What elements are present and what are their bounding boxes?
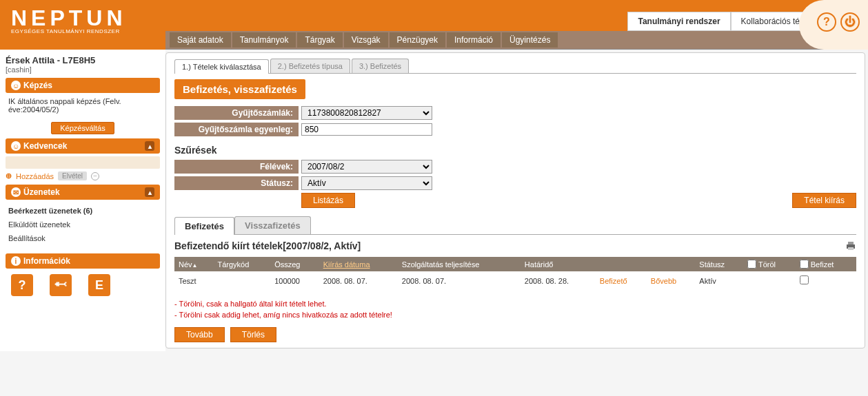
favorites-empty-slot [6, 156, 160, 169]
envelope-icon: ✉ [11, 187, 21, 197]
delete-all-checkbox[interactable] [747, 260, 756, 269]
table-row: Teszt 100000 2008. 08. 07. 2008. 08. 07.… [174, 271, 856, 290]
panel-messages-header[interactable]: ✉Üzenetek ▴ [6, 185, 160, 200]
step-tab-2[interactable]: 2.) Befizetés típusa [270, 59, 350, 73]
panel-favorites-header[interactable]: ☺Kedvencek ▴ [6, 138, 160, 154]
messages-inbox-link[interactable]: Beérkezett üzenetek (6) [8, 204, 157, 218]
pay-all-checkbox[interactable] [800, 260, 809, 269]
panel-info-header[interactable]: iInformációk [6, 253, 160, 269]
training-text: IK általános nappali képzés (Felv. éve:2… [6, 93, 160, 118]
cell-service: 2008. 08. 07. [398, 271, 521, 290]
account-select[interactable]: 1173800820812827 [301, 106, 432, 120]
delete-button[interactable]: Törlés [230, 327, 276, 342]
cell-date: 2008. 08. 07. [319, 271, 398, 290]
col-deadline[interactable]: Határidő [521, 257, 596, 271]
svg-rect-1 [848, 242, 854, 244]
top-tabs: Tanulmányi rendszer Kollaborációs tér [627, 12, 813, 31]
cell-amount: 100000 [270, 271, 319, 290]
menu-finances[interactable]: Pénzügyek [390, 32, 445, 48]
favorites-add-link[interactable]: Hozzáadás [16, 172, 54, 180]
power-icon[interactable]: ⏻ [840, 12, 860, 32]
menu-subjects[interactable]: Tárgyak [297, 32, 342, 48]
semester-label: Félévek: [174, 160, 299, 174]
more-link[interactable]: Bővebb [651, 277, 676, 285]
svg-rect-2 [848, 247, 854, 250]
tab-study-system[interactable]: Tanulmányi rendszer [627, 12, 730, 31]
collapse-icon[interactable]: ▴ [145, 141, 154, 151]
header: NEPTUN EGYSÉGES TANULMÁNYI RENDSZER Tanu… [0, 0, 868, 50]
info-e-icon[interactable]: E [88, 274, 110, 296]
items-table: Név▲ Tárgykód Összeg Kiírás dátuma Szolg… [174, 257, 856, 290]
step-tab-1[interactable]: 1.) Tételek kiválasztása [174, 59, 269, 74]
cell-name: Teszt [174, 271, 213, 290]
col-amount[interactable]: Összeg [270, 257, 319, 271]
info-help-icon[interactable]: ? [11, 274, 33, 296]
training-switch-button[interactable]: Képzésváltás [51, 122, 114, 134]
col-status[interactable]: Státusz [695, 257, 743, 271]
menu-information[interactable]: Információ [447, 32, 501, 48]
sidebar: Érsek Attila - L7E8H5 [cashin] ☺Képzés I… [0, 50, 165, 351]
main-content: 1.) Tételek kiválasztása 2.) Befizetés t… [165, 52, 865, 348]
col-pay[interactable]: Befizet [796, 257, 856, 271]
print-icon[interactable] [845, 241, 856, 251]
info-icon: i [11, 256, 21, 266]
info-tree-icon[interactable]: ⬻ [50, 274, 72, 296]
menu-studies[interactable]: Tanulmányok [232, 32, 296, 48]
list-button[interactable]: Listázás [301, 193, 355, 208]
logo-title: NEPTUN [11, 6, 154, 31]
main-menu: Saját adatok Tanulmányok Tárgyak Vizsgák… [165, 31, 868, 50]
col-code[interactable]: Tárgykód [213, 257, 270, 271]
col-name[interactable]: Név▲ [174, 257, 213, 271]
panel-training-header[interactable]: ☺Képzés [6, 78, 160, 93]
messages-sent-link[interactable]: Elküldött üzenetek [8, 218, 157, 231]
menu-exams[interactable]: Vizsgák [344, 32, 388, 48]
balance-field[interactable] [301, 123, 432, 136]
smiley-icon: ☺ [11, 81, 21, 90]
semester-select[interactable]: 2007/08/2 [301, 160, 432, 174]
cell-deadline: 2008. 08. 28. [521, 271, 596, 290]
step-tab-3[interactable]: 3.) Befizetés [352, 59, 409, 73]
subtab-refund[interactable]: Visszafizetés [234, 216, 311, 234]
favorites-remove-button[interactable]: Elvétel [58, 171, 87, 180]
next-button[interactable]: Tovább [174, 327, 225, 342]
user-role: [cashin] [6, 65, 160, 74]
messages-settings-link[interactable]: Beállítások [8, 231, 157, 245]
collapse-icon[interactable]: ▴ [145, 187, 154, 197]
col-date[interactable]: Kiírás dátuma [319, 257, 398, 271]
help-icon[interactable]: ? [817, 12, 836, 32]
plus-icon: ⊕ [6, 171, 12, 180]
warning-text: - Törölni, csak a hallgató által kiírt t… [174, 298, 856, 320]
menu-administration[interactable]: Ügyintézés [502, 32, 558, 48]
balance-label: Gyűjtőszámla egyenleg: [174, 123, 299, 136]
logo: NEPTUN EGYSÉGES TANULMÁNYI RENDSZER [0, 0, 165, 50]
account-label: Gyűjtőszámlák: [174, 106, 299, 120]
new-item-button[interactable]: Tétel kiírás [792, 193, 856, 208]
status-label: Státusz: [174, 176, 299, 190]
list-title: Befizetendő kiírt tételek[2007/08/2, Akt… [174, 240, 361, 251]
user-name: Érsek Attila - L7E8H5 [6, 55, 160, 65]
pay-row-checkbox[interactable] [800, 275, 809, 284]
subtab-payment[interactable]: Befizetés [174, 217, 234, 235]
payer-link[interactable]: Befizető [600, 277, 627, 285]
col-delete[interactable]: Töröl [743, 257, 796, 271]
cell-code [213, 271, 270, 290]
cell-status: Aktív [695, 271, 743, 290]
minus-icon: − [91, 172, 99, 180]
logo-subtitle: EGYSÉGES TANULMÁNYI RENDSZER [11, 28, 154, 34]
page-title: Befizetés, visszafizetés [174, 79, 305, 99]
col-service[interactable]: Szolgáltatás teljesítése [398, 257, 521, 271]
menu-own-data[interactable]: Saját adatok [170, 32, 231, 48]
smiley-icon: ☺ [11, 141, 21, 151]
status-select[interactable]: Aktív [301, 176, 432, 190]
filters-title: Szűrések [174, 145, 856, 156]
